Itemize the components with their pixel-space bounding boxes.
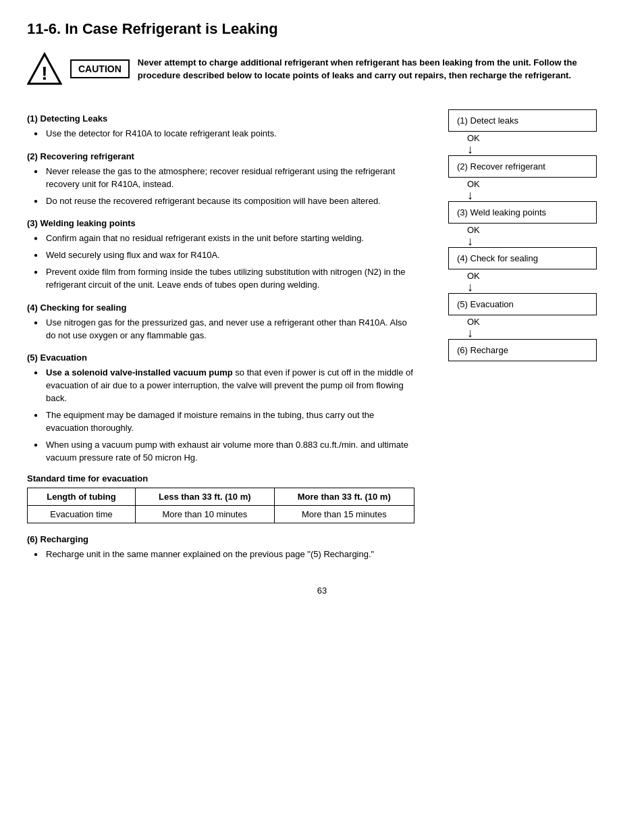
flow-step-5: (5) Evacuation <box>448 293 597 315</box>
section5-heading: (5) Evacuation <box>27 353 414 363</box>
section2-list: Never release the gas to the atmosphere;… <box>27 165 414 208</box>
section4-heading: (4) Checking for sealing <box>27 303 414 313</box>
list-item: Weld securely using flux and wax for R41… <box>34 249 414 262</box>
svg-text:!: ! <box>41 63 47 84</box>
flow-ok-label: OK <box>467 179 480 189</box>
list-item: Use nitrogen gas for the pressurized gas… <box>34 317 414 342</box>
list-item: Use the detector for R410A to locate ref… <box>34 128 414 140</box>
list-item: Recharge unit in the same manner explain… <box>34 548 414 561</box>
left-column: (1) Detecting Leaks Use the detector for… <box>27 103 414 565</box>
table-row: Evacuation time More than 10 minutes Mor… <box>28 506 414 523</box>
flow-connector-1: OK ↓ <box>448 132 597 155</box>
caution-triangle-icon: ! <box>27 51 62 86</box>
section3-list: Confirm again that no residual refrigera… <box>27 232 414 291</box>
col-header-tubing: Length of tubing <box>28 488 136 506</box>
std-time-heading: Standard time for evacuation <box>27 473 414 484</box>
flow-connector-2: OK ↓ <box>448 178 597 201</box>
page-title: 11-6. In Case Refrigerant is Leaking <box>27 20 617 38</box>
col-header-more: More than 33 ft. (10 m) <box>274 488 414 506</box>
flow-ok-label: OK <box>467 225 480 235</box>
right-column: (1) Detect leaks OK ↓ (2) Recover refrig… <box>428 103 617 565</box>
list-item: Prevent oxide film from forming inside t… <box>34 266 414 292</box>
col-header-less: Less than 33 ft. (10 m) <box>136 488 275 506</box>
flow-arrow-icon: ↓ <box>467 327 473 339</box>
caution-text: Never attempt to charge additional refri… <box>138 56 617 82</box>
section4-list: Use nitrogen gas for the pressurized gas… <box>27 317 414 342</box>
cell-evac-more: More than 15 minutes <box>274 506 414 523</box>
caution-block: ! CAUTION Never attempt to charge additi… <box>27 51 617 86</box>
list-item: Confirm again that no residual refrigera… <box>34 232 414 245</box>
section6-list: Recharge unit in the same manner explain… <box>27 548 414 561</box>
list-item: Never release the gas to the atmosphere;… <box>34 165 414 191</box>
flow-arrow-icon: ↓ <box>467 143 473 155</box>
main-content: (1) Detecting Leaks Use the detector for… <box>27 103 617 565</box>
cell-evac-less: More than 10 minutes <box>136 506 275 523</box>
bold-text: Use a solenoid valve-installed vacuum pu… <box>46 367 233 377</box>
flow-step-6: (6) Recharge <box>448 339 597 361</box>
section2-heading: (2) Recovering refrigerant <box>27 151 414 161</box>
flow-step-4: (4) Check for sealing <box>448 247 597 269</box>
flow-connector-5: OK ↓ <box>448 315 597 339</box>
table-header-row: Length of tubing Less than 33 ft. (10 m)… <box>28 488 414 506</box>
list-item: Do not reuse the recovered refrigerant b… <box>34 195 414 208</box>
flow-arrow-icon: ↓ <box>467 281 473 293</box>
list-item: The equipment may be damaged if moisture… <box>34 409 414 435</box>
page-number: 63 <box>27 585 617 596</box>
caution-label: CAUTION <box>70 59 130 78</box>
flowchart: (1) Detect leaks OK ↓ (2) Recover refrig… <box>428 109 617 361</box>
flow-step-2: (2) Recover refrigerant <box>448 155 597 178</box>
flow-step-3: (3) Weld leaking points <box>448 201 597 224</box>
section1-list: Use the detector for R410A to locate ref… <box>27 128 414 140</box>
std-time-section: Standard time for evacuation Length of t… <box>27 473 414 523</box>
section1-heading: (1) Detecting Leaks <box>27 113 414 124</box>
list-item: Use a solenoid valve-installed vacuum pu… <box>34 367 414 405</box>
evacuation-table: Length of tubing Less than 33 ft. (10 m)… <box>27 488 414 523</box>
flow-ok-label: OK <box>467 271 480 281</box>
flow-arrow-icon: ↓ <box>467 189 473 201</box>
flow-ok-label: OK <box>467 317 480 327</box>
flow-ok-label: OK <box>467 133 480 143</box>
section3-heading: (3) Welding leaking points <box>27 218 414 228</box>
flow-arrow-icon: ↓ <box>467 235 473 247</box>
list-item: When using a vacuum pump with exhaust ai… <box>34 439 414 465</box>
section5-list: Use a solenoid valve-installed vacuum pu… <box>27 367 414 464</box>
cell-evac-label: Evacuation time <box>28 506 136 523</box>
flow-step-1: (1) Detect leaks <box>448 109 597 132</box>
flow-connector-3: OK ↓ <box>448 224 597 247</box>
section6-heading: (6) Recharging <box>27 534 414 544</box>
flow-connector-4: OK ↓ <box>448 269 597 293</box>
